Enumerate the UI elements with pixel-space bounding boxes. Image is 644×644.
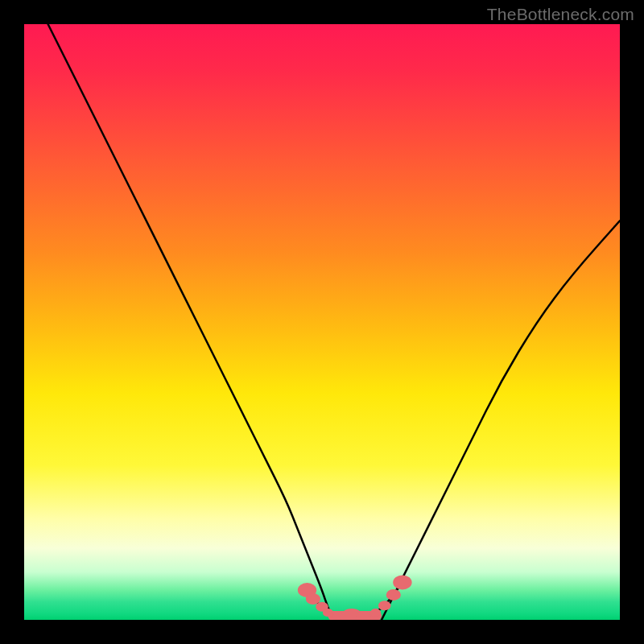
bottom-marker <box>393 575 411 589</box>
chart-frame: TheBottleneck.com <box>0 0 644 644</box>
curve-layer <box>24 24 620 620</box>
bottom-marker <box>378 601 391 610</box>
right-curve <box>382 221 620 620</box>
bottom-marker <box>370 609 381 617</box>
watermark-text: TheBottleneck.com <box>487 5 634 24</box>
bottom-marker <box>386 589 401 601</box>
plot-area <box>24 24 620 620</box>
bottom-marker <box>323 609 333 617</box>
left-curve <box>48 24 334 620</box>
